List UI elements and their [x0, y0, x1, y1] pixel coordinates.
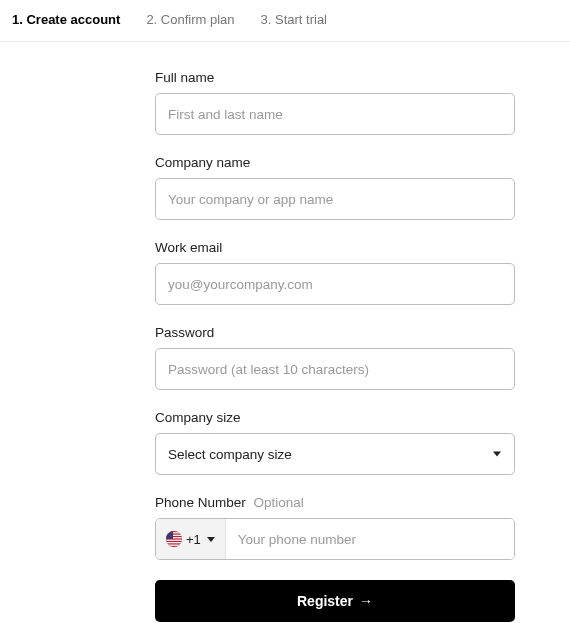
step-create-account: 1. Create account	[12, 12, 120, 27]
company-name-label: Company name	[155, 155, 515, 170]
company-size-label: Company size	[155, 410, 515, 425]
work-email-field: Work email	[155, 240, 515, 305]
password-label: Password	[155, 325, 515, 340]
full-name-label: Full name	[155, 70, 515, 85]
svg-rect-7	[166, 531, 173, 539]
phone-input[interactable]	[226, 519, 514, 559]
phone-dial-code: +1	[186, 532, 201, 547]
signup-form: Full name Company name Work email Passwo…	[0, 42, 570, 623]
register-button[interactable]: Register →	[155, 580, 515, 622]
svg-rect-4	[166, 540, 182, 541]
company-size-select[interactable]: Select company size	[155, 433, 515, 475]
chevron-down-icon	[207, 537, 215, 542]
svg-rect-5	[166, 542, 182, 543]
phone-country-selector[interactable]: +1	[156, 519, 226, 559]
arrow-right-icon: →	[359, 594, 373, 608]
us-flag-icon	[166, 531, 182, 547]
steps-bar: 1. Create account 2. Confirm plan 3. Sta…	[0, 0, 570, 42]
password-field: Password	[155, 325, 515, 390]
work-email-label: Work email	[155, 240, 515, 255]
phone-optional-label: Optional	[254, 495, 304, 510]
company-name-input[interactable]	[155, 178, 515, 220]
company-name-field: Company name	[155, 155, 515, 220]
full-name-input[interactable]	[155, 93, 515, 135]
company-size-field: Company size Select company size	[155, 410, 515, 475]
phone-field: Phone Number Optional +1	[155, 495, 515, 560]
full-name-field: Full name	[155, 70, 515, 135]
phone-label: Phone Number	[155, 495, 246, 510]
step-start-trial: 3. Start trial	[261, 12, 327, 27]
svg-rect-6	[166, 545, 182, 546]
password-input[interactable]	[155, 348, 515, 390]
step-confirm-plan: 2. Confirm plan	[146, 12, 234, 27]
work-email-input[interactable]	[155, 263, 515, 305]
register-button-label: Register	[297, 593, 353, 609]
